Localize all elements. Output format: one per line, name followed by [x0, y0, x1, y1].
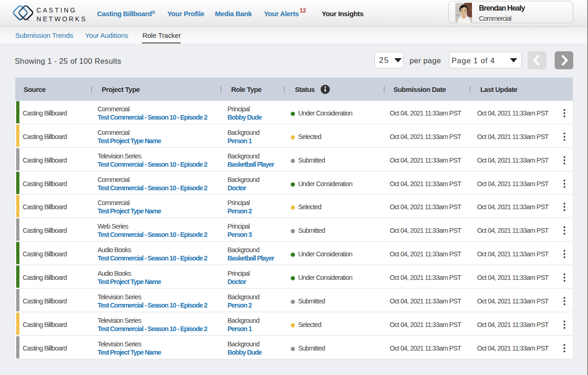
svg-text:R: R: [28, 19, 29, 21]
